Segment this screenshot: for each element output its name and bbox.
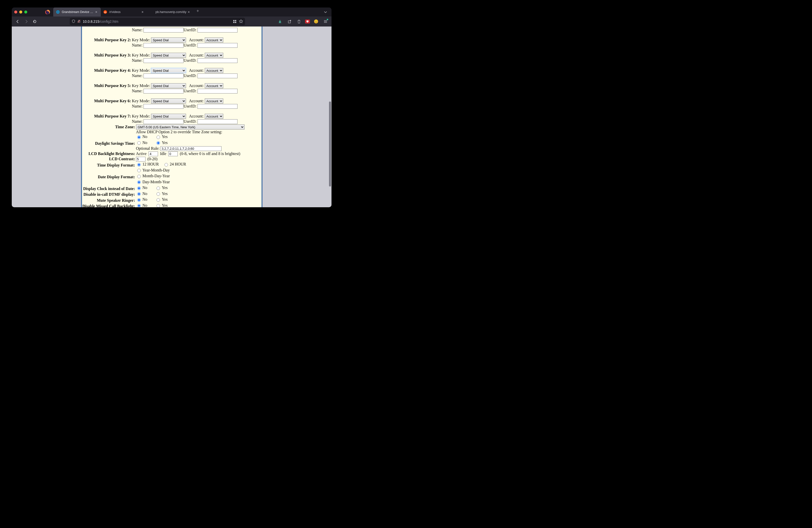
tab-reddit-videos[interactable]: /r/videos × <box>101 8 147 16</box>
close-tab-icon[interactable]: × <box>187 10 191 14</box>
mpk-3-account-select[interactable]: Account 1 <box>205 53 223 58</box>
minimize-window-button[interactable] <box>19 11 22 14</box>
insecure-lock-icon[interactable] <box>77 19 81 24</box>
bookmark-star-icon[interactable] <box>239 19 243 24</box>
tz-dhcp-no-radio[interactable] <box>137 135 141 139</box>
mpk-3-name-input[interactable] <box>144 58 184 63</box>
disable-missed-yes-radio[interactable] <box>157 204 160 207</box>
time-zone-select[interactable]: GMT-5:00 (US Eastern Time, New York) <box>136 124 245 130</box>
list-all-tabs-button[interactable] <box>322 9 329 15</box>
disable-dtmf-yes-radio[interactable] <box>157 192 160 196</box>
mpk-4-keymode-select[interactable]: Speed Dial <box>151 68 186 73</box>
app-menu-button[interactable] <box>322 18 329 25</box>
svg-rect-12 <box>288 21 290 23</box>
svg-point-3 <box>105 12 106 13</box>
close-window-button[interactable] <box>14 11 17 14</box>
svg-rect-10 <box>235 22 236 23</box>
svg-rect-9 <box>233 22 234 23</box>
disable-missed-no-radio[interactable] <box>137 204 141 207</box>
tab-hamsoverip[interactable]: pb.hamsoverip.com/diy × <box>147 8 193 16</box>
mpk-6-keymode-select[interactable]: Speed Dial <box>151 99 186 103</box>
tab-title: /r/videos <box>109 10 141 14</box>
vertical-scrollbar[interactable] <box>329 102 331 187</box>
mpk-5-account-select[interactable]: Account 1 <box>205 83 223 88</box>
mpk-4-account-select[interactable]: Account 1 <box>205 68 223 73</box>
firefox-logo-icon <box>44 9 51 15</box>
backlight-active-input[interactable] <box>148 151 158 156</box>
reload-button[interactable] <box>31 18 38 25</box>
mpk-6-account-select[interactable]: Account 1 <box>205 99 223 103</box>
mpk-4-userid-input[interactable] <box>198 73 237 78</box>
mpk-5-userid-input[interactable] <box>198 89 237 93</box>
close-tab-icon[interactable]: × <box>94 10 98 14</box>
nav-toolbar: 10.0.8.215/config2.htm <box>12 16 332 27</box>
tab-title: Grandstream Device Configuration <box>62 10 94 14</box>
toolbar-right: 😊 <box>276 18 329 25</box>
svg-rect-8 <box>235 20 236 21</box>
label-clock-instead: Display Clock instead of Date: <box>82 185 135 191</box>
maximize-window-button[interactable] <box>24 11 27 14</box>
label-dst: Daylight Savings Time: <box>82 140 135 146</box>
backlight-idle-input[interactable] <box>168 151 178 156</box>
tracking-protection-icon[interactable] <box>72 19 75 24</box>
trash-icon[interactable] <box>295 18 303 25</box>
mpk-1-name-input[interactable] <box>144 28 184 32</box>
mpk-2-userid-input[interactable] <box>198 43 237 48</box>
date-ymd-radio[interactable] <box>137 169 141 172</box>
mpk-6-name-input[interactable] <box>144 104 184 109</box>
label-disable-dtmf: Disable in-call DTMF display: <box>82 191 135 197</box>
disable-dtmf-no-radio[interactable] <box>137 192 141 196</box>
label-time-zone: Time Zone: <box>82 124 135 140</box>
mpk-5-keymode-select[interactable]: Speed Dial <box>151 83 186 88</box>
mpk-3-userid-input[interactable] <box>198 58 237 63</box>
optional-rule-input[interactable] <box>160 146 221 151</box>
clock-instead-yes-radio[interactable] <box>157 187 160 190</box>
close-tab-icon[interactable]: × <box>141 10 145 14</box>
mute-ringer-no-radio[interactable] <box>137 198 141 202</box>
time-12-radio[interactable] <box>137 163 141 166</box>
mpk-7-name-input[interactable] <box>144 119 184 124</box>
tz-dhcp-yes-radio[interactable] <box>157 135 160 139</box>
label-mpk-3: Multi Purpose Key 3: <box>82 53 131 58</box>
date-mdy-radio[interactable] <box>137 175 141 178</box>
forward-button[interactable] <box>23 18 30 25</box>
dst-yes-radio[interactable] <box>157 141 160 145</box>
blank-favicon-icon <box>149 10 154 14</box>
reader-view-icon[interactable] <box>233 20 236 23</box>
new-tab-button[interactable]: + <box>194 8 201 15</box>
mpk-7-keymode-select[interactable]: Speed Dial <box>151 114 186 119</box>
browser-window: 🌐 Grandstream Device Configuration × /r/… <box>12 8 332 207</box>
mute-ringer-yes-radio[interactable] <box>157 198 160 202</box>
label-mpk-5: Multi Purpose Key 5: <box>82 83 131 88</box>
dst-no-radio[interactable] <box>137 141 141 145</box>
config-page: Name: UserID: Multi Purpose Key 2:Key Mo… <box>81 27 262 207</box>
downloads-icon[interactable] <box>276 18 284 25</box>
mpk-5-name-input[interactable] <box>144 89 184 93</box>
mpk-7-userid-input[interactable] <box>198 119 237 124</box>
back-button[interactable] <box>14 18 21 25</box>
contrast-input[interactable] <box>136 157 145 161</box>
extensions-icon[interactable] <box>286 18 293 25</box>
titlebar: 🌐 Grandstream Device Configuration × /r/… <box>12 8 332 16</box>
url-bar[interactable]: 10.0.8.215/config2.htm <box>70 18 245 25</box>
mpk-3-keymode-select[interactable]: Speed Dial <box>151 53 186 58</box>
label-time-format: Time Display Format: <box>82 162 135 168</box>
tz-dhcp-note: Allow DHCP Option 2 to override Time Zon… <box>136 130 261 134</box>
svg-rect-7 <box>233 20 234 21</box>
time-24-radio[interactable] <box>164 163 168 166</box>
label-disable-missed: Disable Missed Call Backlight: <box>82 203 135 207</box>
clock-instead-no-radio[interactable] <box>137 187 141 190</box>
mpk-2-account-select[interactable]: Account 1 <box>205 38 223 43</box>
ublock-icon[interactable] <box>305 19 310 24</box>
emoji-extension-icon[interactable]: 😊 <box>313 18 319 25</box>
mpk-4-name-input[interactable] <box>144 73 184 78</box>
mpk-2-name-input[interactable] <box>144 43 184 48</box>
mpk-7-account-select[interactable]: Account 1 <box>205 114 223 119</box>
svg-point-2 <box>104 12 105 13</box>
label-contrast: LCD Contrast: <box>82 157 135 162</box>
mpk-2-keymode-select[interactable]: Speed Dial <box>151 38 186 43</box>
date-dmy-radio[interactable] <box>137 180 141 184</box>
mpk-6-userid-input[interactable] <box>198 104 237 109</box>
mpk-1-userid-input[interactable] <box>198 28 237 32</box>
tab-grandstream[interactable]: 🌐 Grandstream Device Configuration × <box>53 8 101 16</box>
